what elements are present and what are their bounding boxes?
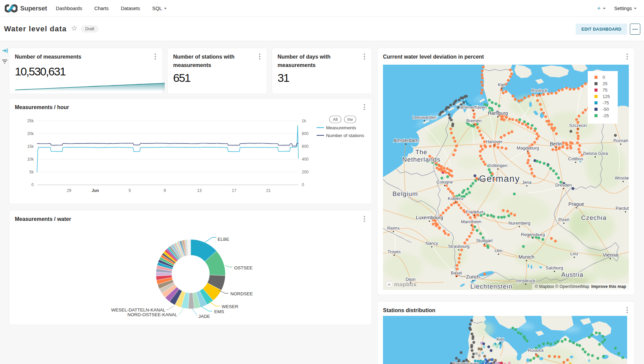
svg-text:Netherlands: Netherlands [402, 156, 440, 163]
svg-text:Jun: Jun [92, 188, 99, 193]
legend-item[interactable]: Measurements [317, 125, 356, 130]
svg-text:Austria: Austria [561, 271, 583, 278]
chart-kebab-menu[interactable] [257, 54, 262, 60]
svg-text:20k: 20k [27, 131, 34, 136]
nav-item-datasets[interactable]: Datasets [115, 0, 146, 17]
edit-dashboard-button[interactable]: EDIT DASHBOARD [576, 24, 627, 35]
mapbox-attrib[interactable]: © Mapbox [535, 284, 554, 289]
svg-text:All: All [333, 117, 338, 122]
svg-text:25: 25 [603, 81, 607, 86]
svg-text:Prague: Prague [569, 201, 584, 207]
mapbox-logo-icon: ➤ [386, 281, 393, 288]
superset-logo[interactable]: Superset [5, 4, 47, 13]
svg-text:Göttingen: Göttingen [488, 163, 507, 168]
svg-text:-50: -50 [603, 107, 609, 112]
chevron-down-icon [634, 8, 637, 9]
svg-text:9: 9 [164, 188, 166, 193]
svg-text:Rostock: Rostock [528, 348, 544, 353]
timeseries-chart: 005k20010k40015k60020k80025k1k29Jun59131… [9, 112, 372, 202]
legend-item[interactable]: Number of stations [317, 133, 364, 138]
svg-text:Nuremberg: Nuremberg [508, 221, 530, 226]
svg-text:Rostock: Rostock [532, 88, 547, 93]
svg-text:Mannheim: Mannheim [461, 219, 482, 224]
svg-text:Basel: Basel [451, 270, 462, 275]
svg-text:Number of stations: Number of stations [326, 133, 364, 138]
svg-text:Bremerhaven: Bremerhaven [460, 105, 487, 110]
svg-text:Kiel: Kiel [498, 82, 505, 87]
nav-item-dashboards[interactable]: Dashboards [50, 0, 88, 17]
svg-text:Munich: Munich [519, 254, 535, 260]
svg-text:0: 0 [603, 75, 605, 80]
chart-kebab-menu[interactable] [625, 54, 630, 60]
svg-text:Measurements: Measurements [326, 125, 356, 130]
card-number-of-measurements: Number of measurements 10,530,631 [9, 48, 162, 94]
svg-text:Bremerhaven: Bremerhaven [453, 361, 479, 364]
svg-text:Magdeburg: Magdeburg [517, 145, 539, 151]
svg-text:EMS: EMS [214, 309, 224, 314]
svg-text:NORD-OSTSEE-KANAL: NORD-OSTSEE-KANAL [127, 312, 177, 317]
svg-text:Troyes: Troyes [387, 249, 401, 254]
big-number-value: 10,530,631 [9, 61, 162, 78]
svg-text:Poznań: Poznań [613, 138, 628, 143]
mapbox-logo[interactable]: ➤mapbox [386, 281, 417, 288]
svg-text:600: 600 [302, 144, 309, 149]
svg-text:-75: -75 [603, 100, 609, 105]
svg-text:5: 5 [129, 188, 131, 193]
chevron-down-icon [164, 8, 167, 9]
nav-item-sql[interactable]: SQL [146, 0, 173, 17]
svg-text:21: 21 [266, 188, 271, 193]
chart-kebab-menu[interactable] [362, 216, 367, 223]
ellipsis-icon [633, 29, 638, 30]
card-stations-distribution-map: Stations distribution KielRostockBremerh… [378, 302, 634, 364]
osm-attrib[interactable]: © OpenStreetMap [555, 284, 589, 289]
svg-text:125: 125 [603, 94, 610, 99]
svg-text:Vienna: Vienna [603, 252, 618, 258]
svg-text:Pardubice: Pardubice [616, 206, 629, 211]
svg-text:Leeuwarden: Leeuwarden [412, 115, 437, 120]
chart-kebab-menu[interactable] [625, 307, 630, 314]
expand-filter-bar-icon[interactable] [2, 48, 8, 55]
chart-kebab-menu[interactable] [362, 54, 367, 60]
chart-kebab-menu[interactable] [362, 104, 367, 111]
svg-text:The: The [415, 148, 427, 156]
nav-item-charts[interactable]: Charts [88, 0, 115, 17]
svg-text:Innsbruck: Innsbruck [516, 278, 536, 283]
svg-text:13: 13 [197, 188, 202, 193]
filter-icon[interactable] [2, 59, 8, 66]
chevron-down-icon [603, 8, 606, 9]
svg-text:Belgium: Belgium [392, 190, 418, 197]
svg-text:Strasbourg: Strasbourg [448, 244, 470, 249]
card-water-level-deviation-map: Current water level deviation in percent… [378, 48, 634, 295]
svg-text:Inv: Inv [347, 117, 353, 122]
legend-inv-button[interactable]: Inv [344, 116, 356, 123]
stations-map[interactable]: KielRostockBremerhaven [383, 316, 629, 364]
improve-map-link[interactable]: Improve this map [591, 284, 626, 289]
card-measurements-per-water: Measurements / water ELBEOSTSEENORDSEEWE… [9, 210, 372, 325]
deviation-map[interactable]: KielRostockSzczecinLeeuwardenAmsterdamHa… [383, 65, 629, 290]
settings-menu[interactable]: Settings [614, 6, 637, 11]
add-new-button[interactable]: + [597, 5, 605, 12]
svg-text:25k: 25k [27, 119, 34, 123]
svg-text:800: 800 [302, 131, 309, 136]
svg-text:WESER: WESER [222, 304, 238, 309]
chart-kebab-menu[interactable] [153, 54, 158, 60]
svg-text:15k: 15k [27, 144, 34, 149]
svg-text:JADE: JADE [198, 314, 210, 319]
svg-text:Liechtenstein: Liechtenstein [471, 283, 513, 290]
status-badge: Draft [81, 26, 98, 32]
legend-all-button[interactable]: All [329, 116, 341, 123]
card-measurements-per-hour: Measurements / hour 005k20010k40015k6002… [9, 99, 372, 204]
dashboard-menu-button[interactable] [630, 24, 640, 35]
map-legend: 02575125-75-50-25 [588, 71, 618, 124]
svg-text:29: 29 [67, 188, 71, 193]
big-number-value: 651 [168, 69, 267, 85]
svg-text:Zielona Góra: Zielona Góra [582, 151, 608, 156]
map-attribution: © Mapbox © OpenStreetMapImprove this map [532, 284, 629, 290]
nav-menu: Dashboards Charts Datasets SQL [50, 0, 173, 17]
favorite-star-icon[interactable] [71, 25, 77, 33]
page-title: Water level data [4, 25, 67, 33]
top-nav: Superset Dashboards Charts Datasets SQL … [0, 0, 644, 17]
svg-text:OSTSEE: OSTSEE [234, 265, 253, 270]
svg-text:Ulm: Ulm [494, 248, 502, 253]
svg-text:Amsterdam: Amsterdam [393, 138, 418, 143]
